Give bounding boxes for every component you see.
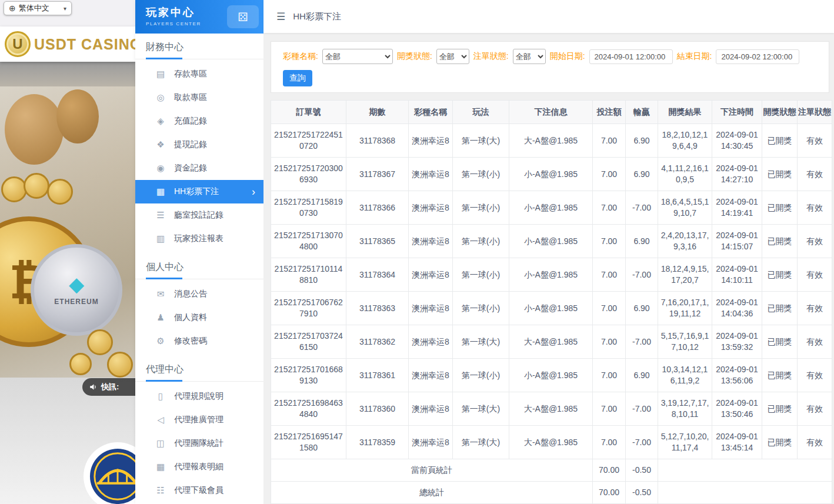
sidebar-menu-item[interactable]: ▯ 代理規則說明 ›	[135, 385, 263, 408]
player-report-icon: ▥	[155, 233, 166, 244]
menu-item-label: 消息公告	[174, 289, 207, 299]
sidebar-menu-item[interactable]: ▦ HH彩票下注 ›	[135, 180, 263, 203]
table-row: 2152172517067627910 31178363 澳洲幸运8 第一球(小…	[271, 292, 832, 325]
language-selector[interactable]: ⊕ 繁体中文 ▾	[4, 1, 72, 15]
lottery-name-label: 彩種名稱:	[283, 51, 318, 62]
sidebar-menu-item[interactable]: ♟ 個人資料 ›	[135, 306, 263, 329]
cell-order-no: 2152172517101148810	[271, 258, 346, 292]
sidebar-header: 玩家中心 PLAYERS CENTER ⚄	[135, 0, 263, 34]
sidebar: 玩家中心 PLAYERS CENTER ⚄ 財務中心 ▤ 存款專區 › ◎ 取款…	[135, 0, 263, 504]
sidebar-menu-item[interactable]: ◎ 取款專區 ›	[135, 86, 263, 109]
money-bag-image	[5, 94, 64, 165]
sidebar-menu-item[interactable]: ☷ 代理下級會員 ›	[135, 479, 263, 502]
sidebar-menu-item[interactable]: ❖ 提現記錄 ›	[135, 133, 263, 156]
menu-list-personal: ✉ 消息公告 › ♟ 個人資料 › ⚙ 修改密碼 ›	[135, 279, 263, 356]
cell-lottery-name: 澳洲幸运8	[409, 359, 453, 392]
cell-win-loss: 6.90	[626, 292, 658, 325]
hamburger-menu-icon[interactable]: ☰	[276, 11, 285, 23]
cell-lottery-name: 澳洲幸运8	[409, 258, 453, 292]
funds-record-icon: ◉	[155, 163, 166, 173]
globe-icon: ⊕	[9, 4, 16, 13]
cell-lottery-name: 澳洲幸运8	[409, 158, 453, 191]
sidebar-menu-item[interactable]: ▤ 存款專區 ›	[135, 62, 263, 86]
menu-item-label: 資金記錄	[174, 163, 207, 173]
cell-lottery-name: 澳洲幸运8	[409, 426, 453, 459]
gold-coin-image	[69, 353, 92, 375]
table-row: 2152172517101148810 31178364 澳洲幸运8 第一球(小…	[271, 258, 832, 292]
cell-bet-info: 大-A盤@1.985	[509, 392, 593, 426]
cell-period: 31178368	[346, 124, 409, 158]
cell-period: 31178360	[346, 392, 409, 426]
cell-win-loss: 6.90	[626, 124, 658, 158]
draw-status-label: 開獎狀態:	[397, 51, 432, 62]
cell-lottery-name: 澳洲幸运8	[409, 191, 453, 225]
sidebar-menu-item[interactable]: ◁ 代理推廣管理 ›	[135, 408, 263, 432]
cell-play-type: 第一球(小)	[453, 359, 509, 392]
cell-bet-info: 大-A盤@1.985	[509, 426, 593, 459]
end-date-input[interactable]	[716, 49, 799, 64]
sidebar-menu-item[interactable]: ⚙ 修改密碼 ›	[135, 329, 263, 353]
sidebar-menu-item[interactable]: ◉ 資金記錄 ›	[135, 156, 263, 180]
menu-item-label: 提現記錄	[174, 139, 207, 150]
cell-order-status: 有效	[798, 325, 832, 359]
left-background-panel: ₿ ◆ ETHEREUM ⊕ 繁体中文 ▾ U USDT CASINO 快訊:	[0, 0, 135, 504]
cell-play-type: 第一球(小)	[453, 225, 509, 258]
menu-item-label: 代理下級會員	[174, 485, 223, 496]
cell-bet-time: 2024-09-01 13:50:46	[712, 392, 762, 426]
cell-bet-time: 2024-09-01 14:10:11	[712, 258, 762, 292]
cell-draw-status: 已開獎	[762, 325, 798, 359]
cell-period: 31178365	[346, 225, 409, 258]
cell-period: 31178366	[346, 191, 409, 225]
start-date-input[interactable]	[589, 49, 673, 64]
cell-win-loss: -7.00	[626, 392, 658, 426]
table-row: 2152172517158190730 31178366 澳洲幸运8 第一球(小…	[271, 191, 832, 225]
logo-letter: U	[12, 36, 22, 52]
cell-draw-result: 4,1,11,2,16,10,9,5	[658, 158, 712, 191]
cell-period: 31178362	[346, 325, 409, 359]
cell-draw-status: 已開獎	[762, 258, 798, 292]
cell-win-loss: 6.90	[626, 225, 658, 258]
table-row: 2152172517016689130 31178361 澳洲幸运8 第一球(小…	[271, 359, 832, 392]
menu-list-agent: ▯ 代理規則說明 › ◁ 代理推廣管理 › ◫ 代理團隊統計 › ▦	[135, 382, 263, 504]
order-status-select[interactable]: 全部	[513, 49, 546, 64]
cell-draw-result: 7,16,20,17,1,19,11,12	[658, 292, 712, 325]
cell-order-no: 2152172517016689130	[271, 359, 346, 392]
menu-item-label: 充值記錄	[174, 116, 207, 126]
sidebar-section-finance: 財務中心 ▤ 存款專區 › ◎ 取款專區 › ◈ 充值記錄 ›	[135, 34, 263, 253]
query-button[interactable]: 查詢	[283, 70, 312, 86]
sidebar-menu-item[interactable]: ✉ 消息公告 ›	[135, 282, 263, 306]
cell-order-no: 2152172517130704800	[271, 225, 346, 258]
sidebar-menu-item[interactable]: ▥ 玩家投注報表 ›	[135, 227, 263, 251]
cell-bet-time: 2024-09-01 14:27:10	[712, 158, 762, 191]
ethereum-logo-icon: ◆	[69, 274, 84, 294]
menu-item-label: 廳室投註記錄	[174, 210, 223, 221]
lottery-name-select[interactable]: 全部	[322, 49, 393, 64]
cell-bet-amount: 7.00	[593, 426, 626, 459]
menu-item-label: 代理報表明細	[174, 462, 223, 472]
cell-bet-time: 2024-09-01 13:45:14	[712, 426, 762, 459]
sidebar-menu-item[interactable]: ◫ 代理團隊統計 ›	[135, 432, 263, 455]
withdrawal-icon: ◎	[155, 92, 166, 103]
cell-draw-result: 2,4,20,13,17,9,3,16	[658, 225, 712, 258]
sidebar-section-agent: 代理中心 ▯ 代理規則說明 › ◁ 代理推廣管理 › ◫ 代理團隊統計 ›	[135, 356, 263, 504]
filter-panel: 彩種名稱: 全部 開獎狀態: 全部 注單狀態: 全部 開始日期: 結束日期: 查…	[271, 41, 829, 93]
bets-table-card: 訂單號 期數 彩種名稱 玩法 下注信息 投注額 輸贏 開獎結果	[271, 100, 832, 504]
cell-draw-result: 5,12,7,10,20,11,17,4	[658, 426, 712, 459]
menu-item-label: 代理推廣管理	[174, 415, 223, 425]
cell-bet-time: 2024-09-01 13:59:32	[712, 325, 762, 359]
cell-draw-status: 已開獎	[762, 359, 798, 392]
cell-period: 31178364	[346, 258, 409, 292]
cell-order-status: 有效	[798, 191, 832, 225]
agent-rules-icon: ▯	[155, 391, 166, 402]
draw-status-select[interactable]: 全部	[436, 49, 469, 64]
sidebar-menu-item[interactable]: ◈ 充值記錄 ›	[135, 109, 263, 133]
column-header: 輸贏	[626, 101, 658, 124]
cell-play-type: 第一球(小)	[453, 292, 509, 325]
cell-draw-status: 已開獎	[762, 124, 798, 158]
sidebar-menu-item[interactable]: ☰ 廳室投註記錄 ›	[135, 203, 263, 227]
sidebar-menu-item[interactable]: ▦ 代理報表明細 ›	[135, 455, 263, 479]
cell-bet-amount: 7.00	[593, 325, 626, 359]
news-ticker[interactable]: 快訊:	[82, 378, 135, 396]
cell-period: 31178367	[346, 158, 409, 191]
cell-draw-status: 已開獎	[762, 158, 798, 191]
